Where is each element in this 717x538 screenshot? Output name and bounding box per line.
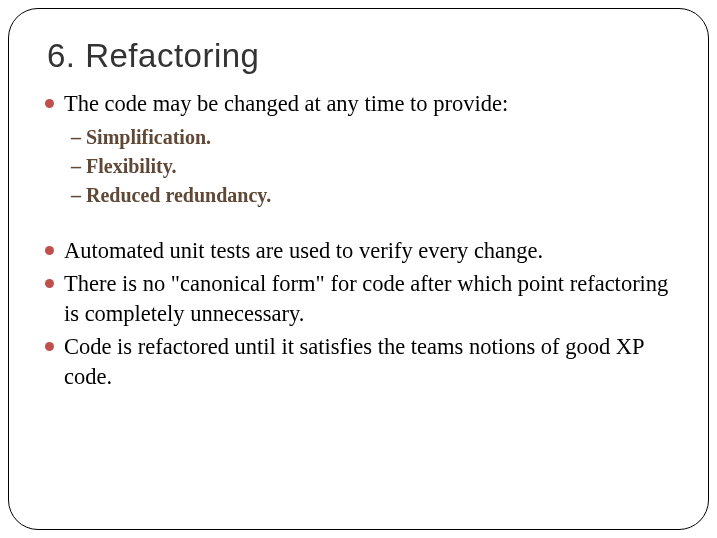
bullet-text: Automated unit tests are used to verify … (64, 236, 543, 266)
bullet-text: There is no "canonical form" for code af… (64, 269, 674, 330)
bullet-icon (45, 279, 54, 288)
slide-title: 6. Refactoring (47, 37, 674, 75)
bullet-item-1: The code may be changed at any time to p… (45, 89, 674, 119)
sub-item-1: – Simplification. (71, 123, 674, 152)
slide-frame: 6. Refactoring The code may be changed a… (8, 8, 709, 530)
spacer (45, 214, 674, 236)
bullet-icon (45, 99, 54, 108)
bullet-item-2: Automated unit tests are used to verify … (45, 236, 674, 266)
bullet-icon (45, 342, 54, 351)
bullet-item-4: Code is refactored until it satisfies th… (45, 332, 674, 393)
bullet-item-3: There is no "canonical form" for code af… (45, 269, 674, 330)
bullet-text: The code may be changed at any time to p… (64, 89, 508, 119)
sub-item-3: – Reduced redundancy. (71, 181, 674, 210)
slide-content: The code may be changed at any time to p… (45, 89, 674, 392)
bullet-icon (45, 246, 54, 255)
sub-list: – Simplification. – Flexibility. – Reduc… (71, 123, 674, 210)
bullet-text: Code is refactored until it satisfies th… (64, 332, 674, 393)
sub-item-2: – Flexibility. (71, 152, 674, 181)
